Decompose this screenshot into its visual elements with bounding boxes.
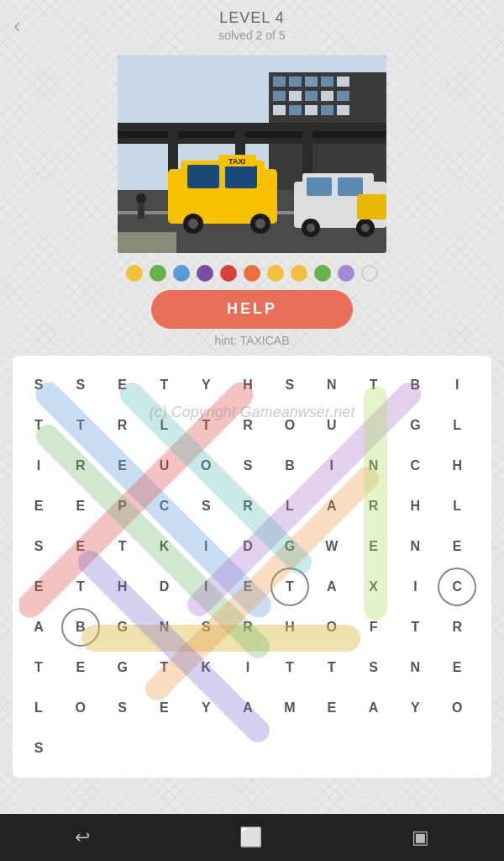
grid-cell[interactable]: O	[186, 446, 225, 485]
grid[interactable]: SSETYHSNTBITTRLTROUGLIREUOSBINCHEEPCSRLA…	[19, 366, 478, 768]
grid-cell[interactable]: T	[186, 406, 225, 445]
grid-cell[interactable]: E	[61, 527, 100, 566]
back-nav-icon[interactable]: ↩	[75, 827, 90, 848]
grid-cell[interactable]: I	[19, 446, 58, 485]
grid-cell[interactable]: O	[270, 406, 309, 445]
grid-cell[interactable]: F	[354, 608, 393, 647]
grid-cell[interactable]: H	[228, 366, 267, 404]
grid-cell[interactable]: G	[396, 406, 434, 445]
grid-cell[interactable]: S	[61, 366, 100, 404]
grid-cell[interactable]: Y	[396, 689, 434, 727]
grid-cell[interactable]: L	[144, 406, 183, 445]
grid-cell[interactable]: I	[396, 568, 434, 606]
grid-cell[interactable]: Y	[186, 689, 225, 727]
grid-cell[interactable]: P	[103, 487, 142, 526]
grid-cell[interactable]: S	[19, 527, 58, 566]
grid-cell[interactable]: S	[19, 729, 58, 768]
grid-cell[interactable]: S	[186, 487, 225, 526]
home-nav-icon[interactable]: ⬜	[239, 827, 262, 848]
grid-cell[interactable]: S	[19, 366, 58, 404]
grid-cell[interactable]: U	[144, 446, 183, 485]
grid-cell[interactable]: E	[19, 568, 58, 606]
grid-cell[interactable]: E	[103, 446, 142, 485]
grid-cell[interactable]: E	[103, 366, 142, 404]
grid-cell[interactable]: E	[312, 689, 351, 727]
grid-cell[interactable]: W	[312, 527, 351, 566]
grid-cell[interactable]: E	[19, 487, 58, 526]
grid-cell[interactable]: X	[354, 568, 393, 606]
grid-cell[interactable]: I	[186, 568, 225, 606]
grid-cell[interactable]: A	[312, 568, 351, 606]
grid-cell[interactable]: B	[396, 366, 434, 404]
grid-cell[interactable]: R	[61, 446, 100, 485]
grid-cell[interactable]: I	[312, 446, 351, 485]
grid-cell[interactable]: I	[186, 527, 225, 566]
grid-cell[interactable]: G	[103, 608, 142, 647]
grid-cell[interactable]: S	[186, 608, 225, 647]
grid-cell[interactable]: O	[312, 608, 351, 647]
grid-cell[interactable]: T	[61, 568, 100, 606]
grid-cell[interactable]: R	[228, 406, 267, 445]
grid-cell[interactable]: R	[354, 487, 393, 526]
grid-cell[interactable]: T	[61, 406, 100, 445]
grid-cell[interactable]: I	[438, 366, 476, 404]
grid-cell[interactable]: K	[186, 648, 225, 687]
grid-cell[interactable]: A	[354, 689, 393, 727]
grid-cell[interactable]: T	[19, 406, 58, 445]
grid-cell[interactable]: T	[396, 608, 434, 647]
grid-cell[interactable]: S	[354, 648, 393, 687]
grid-cell[interactable]: G	[103, 648, 142, 687]
recent-nav-icon[interactable]: ▣	[412, 827, 429, 848]
grid-cell[interactable]: T	[19, 648, 58, 687]
grid-cell[interactable]: B	[270, 446, 309, 485]
grid-cell[interactable]: T	[103, 527, 142, 566]
grid-cell[interactable]: N	[396, 648, 434, 687]
grid-cell[interactable]: L	[438, 487, 476, 526]
grid-cell[interactable]: E	[354, 527, 393, 566]
grid-cell[interactable]: E	[61, 648, 100, 687]
grid-cell[interactable]: H	[103, 568, 142, 606]
grid-cell[interactable]: A	[312, 487, 351, 526]
grid-cell[interactable]	[354, 406, 393, 445]
grid-cell[interactable]: T	[312, 648, 351, 687]
grid-cell[interactable]: R	[228, 608, 267, 647]
grid-cell[interactable]: E	[144, 689, 183, 727]
grid-cell[interactable]: A	[228, 689, 267, 727]
grid-cell[interactable]: K	[144, 527, 183, 566]
grid-cell[interactable]: L	[19, 689, 58, 727]
grid-cell[interactable]: D	[228, 527, 267, 566]
grid-cell[interactable]: R	[438, 608, 476, 647]
grid-cell[interactable]: D	[144, 568, 183, 606]
grid-cell[interactable]: E	[228, 568, 267, 606]
grid-cell[interactable]: L	[438, 406, 476, 445]
grid-cell[interactable]: E	[438, 527, 476, 566]
grid-cell[interactable]: T	[270, 648, 309, 687]
back-button[interactable]: ‹	[13, 12, 21, 38]
grid-cell[interactable]: O	[61, 689, 100, 727]
grid-cell[interactable]: C	[438, 568, 476, 606]
grid-cell[interactable]: G	[270, 527, 309, 566]
grid-cell[interactable]: R	[228, 487, 267, 526]
grid-cell[interactable]: L	[270, 487, 309, 526]
grid-cell[interactable]: T	[144, 648, 183, 687]
grid-cell[interactable]: E	[438, 648, 476, 687]
grid-cell[interactable]: S	[270, 366, 309, 404]
grid-cell[interactable]: S	[103, 689, 142, 727]
grid-cell[interactable]: N	[312, 366, 351, 404]
grid-cell[interactable]: I	[228, 648, 267, 687]
grid-cell[interactable]: E	[61, 487, 100, 526]
help-button[interactable]: HELP	[151, 290, 353, 329]
grid-cell[interactable]: M	[270, 689, 309, 727]
grid-cell[interactable]: H	[438, 446, 476, 485]
grid-cell[interactable]: N	[144, 608, 183, 647]
grid-cell[interactable]: N	[354, 446, 393, 485]
grid-cell[interactable]: H	[270, 608, 309, 647]
grid-cell[interactable]: T	[354, 366, 393, 404]
grid-cell[interactable]: B	[61, 608, 100, 647]
grid-cell[interactable]: N	[396, 527, 434, 566]
grid-cell[interactable]: U	[312, 406, 351, 445]
grid-cell[interactable]: Y	[186, 366, 225, 404]
grid-cell[interactable]: A	[19, 608, 58, 647]
grid-cell[interactable]: H	[396, 487, 434, 526]
grid-cell[interactable]: C	[144, 487, 183, 526]
